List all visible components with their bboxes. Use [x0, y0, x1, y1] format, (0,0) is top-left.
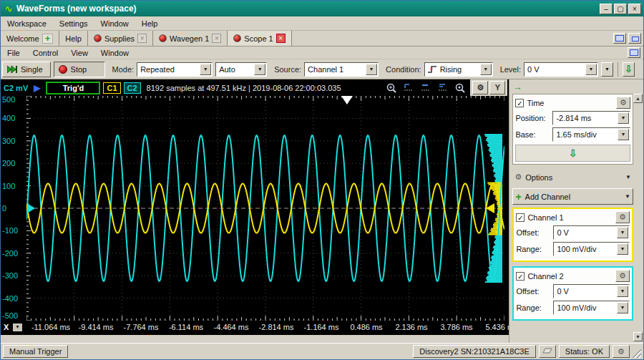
device-info[interactable]: Discovery2 SN:210321A18C3E: [413, 345, 535, 358]
chevron-down-icon[interactable]: ▼: [617, 227, 628, 238]
maximize-button[interactable]: ▢: [614, 4, 627, 14]
menu-item-window[interactable]: Window: [94, 18, 135, 29]
mdi-tile-button[interactable]: [628, 33, 641, 44]
base-select[interactable]: 1.65 ms/div ▼: [552, 127, 630, 142]
green-right-arrow-icon[interactable]: →: [512, 81, 522, 94]
channel1-badge[interactable]: C1: [103, 82, 120, 94]
add-channel-label: Add Channel: [525, 193, 571, 201]
tab-close-icon[interactable]: ×: [276, 34, 286, 43]
y-tick-label: 0: [2, 204, 6, 213]
menu-item-settings[interactable]: Settings: [53, 18, 94, 29]
channel2-settings-button[interactable]: ⚙: [615, 270, 630, 282]
source-select[interactable]: Channel 1 ▼: [304, 62, 379, 77]
oscilloscope-plot[interactable]: [26, 96, 504, 321]
tab-help[interactable]: Help: [59, 31, 88, 46]
channel1-checkbox[interactable]: ✓: [516, 213, 525, 222]
menu-item-view[interactable]: View: [64, 47, 94, 59]
tab-scope-1[interactable]: Scope 1×: [228, 31, 291, 46]
mdi-restore-button[interactable]: [628, 47, 640, 58]
add-channel-button[interactable]: + Add Channel ▼: [512, 188, 633, 205]
channel1-offset-select[interactable]: 0 V ▼: [553, 225, 630, 240]
chevron-down-icon[interactable]: ▼: [480, 64, 492, 75]
chevron-down-icon[interactable]: ▼: [366, 64, 377, 75]
time-title: Time: [527, 99, 544, 107]
channel2-group: ✓ Channel 2 ⚙ Offset: 0 V ▼ Range: 100 m…: [512, 266, 633, 321]
tab-wavegen-1[interactable]: Wavegen 1×: [153, 31, 228, 46]
chevron-down-icon[interactable]: ▼: [617, 243, 628, 255]
cursor-x-icon[interactable]: [401, 82, 416, 94]
trigger-position-marker[interactable]: [341, 96, 353, 104]
level-select[interactable]: 0 V ▼: [524, 62, 598, 77]
mdi-cascade-button[interactable]: [613, 33, 626, 44]
panel-scroll-up-button[interactable]: ▲: [633, 94, 643, 103]
green-down-arrow-icon: ⇩: [625, 64, 633, 74]
menu-item-window[interactable]: Window: [94, 47, 135, 59]
x-axis-dropdown[interactable]: ▼: [13, 323, 22, 331]
time-expand-button[interactable]: ⇩: [515, 145, 630, 162]
menu-item-workspace[interactable]: Workspace: [1, 18, 53, 29]
menu-item-help[interactable]: Help: [135, 18, 165, 29]
add-workspace-icon[interactable]: +: [42, 34, 54, 44]
options-label: Options: [525, 173, 552, 182]
zoom-settings-icon[interactable]: [453, 82, 467, 94]
cursor-normal-icon[interactable]: [419, 82, 433, 94]
y-axis-unit-label[interactable]: C2 mV: [2, 84, 28, 92]
x-axis-name[interactable]: X: [4, 323, 9, 331]
acquisition-select[interactable]: Auto ▼: [215, 62, 267, 77]
channel2-checkbox[interactable]: ✓: [516, 272, 525, 281]
stop-icon: [59, 65, 67, 74]
y-tick-label: 500: [2, 95, 15, 104]
minimize-button[interactable]: –: [600, 4, 613, 14]
instrument-led-icon: [159, 34, 167, 42]
chevron-down-icon[interactable]: ▼: [254, 64, 265, 75]
mode-value: Repeated: [137, 65, 199, 74]
run-indicator-icon: ▶: [34, 83, 40, 93]
log-button[interactable]: [539, 345, 556, 358]
manual-trigger-button[interactable]: Manual Trigger: [3, 345, 68, 358]
toolbar-overflow-button[interactable]: ▼: [601, 62, 613, 77]
position-select[interactable]: -2.814 ms ▼: [552, 111, 630, 125]
chevron-down-icon[interactable]: ▼: [200, 64, 211, 75]
chevron-down-icon[interactable]: ▼: [618, 129, 629, 140]
chevron-down-icon[interactable]: ▼: [585, 64, 597, 75]
tab-close-icon[interactable]: ×: [137, 34, 147, 43]
time-checkbox[interactable]: ✓: [515, 99, 524, 107]
single-button[interactable]: Single: [2, 62, 51, 77]
channel2-range-select[interactable]: 100 mV/div ▼: [553, 301, 630, 315]
chevron-down-icon[interactable]: ▼: [617, 286, 628, 297]
panel-scroll-down-button[interactable]: ▼: [633, 332, 643, 341]
status-settings-button[interactable]: ⚙: [613, 345, 630, 358]
channel2-offset-select[interactable]: 0 V ▼: [553, 284, 630, 298]
scope-plot-canvas[interactable]: [26, 96, 504, 321]
x-tick-label: -4.464 ms: [214, 323, 249, 331]
tab-close-icon[interactable]: ×: [212, 34, 221, 43]
status-indicator[interactable]: Status: OK: [559, 345, 610, 358]
menu-item-file[interactable]: File: [1, 47, 26, 59]
options-row[interactable]: ⚙ Options ▼: [512, 169, 633, 185]
zoom-in-icon[interactable]: [384, 82, 399, 94]
resize-grip[interactable]: [633, 349, 641, 358]
cursor-y-icon[interactable]: [436, 82, 450, 94]
mode-select[interactable]: Repeated ▼: [137, 62, 213, 77]
channel2-badge[interactable]: C2: [124, 82, 141, 94]
tab-supplies[interactable]: Supplies×: [88, 31, 153, 46]
scope-toolbar: Single Stop Mode: Repeated ▼ Auto ▼ Sour…: [1, 59, 643, 79]
menu-item-control[interactable]: Control: [26, 47, 64, 59]
plot-settings-button[interactable]: ⚙: [472, 81, 488, 94]
chevron-down-icon[interactable]: ▼: [618, 112, 629, 124]
gear-icon: ⚙: [514, 172, 522, 182]
single-label: Single: [21, 65, 43, 74]
chevron-down-icon[interactable]: ▼: [617, 302, 628, 313]
time-settings-button[interactable]: ⚙: [616, 97, 630, 109]
channel1-range-select[interactable]: 100 mV/div ▼: [553, 242, 630, 256]
tab-welcome[interactable]: Welcome+: [1, 31, 59, 46]
stop-button[interactable]: Stop: [54, 62, 105, 77]
collapse-toolbar-button[interactable]: ⇩: [623, 62, 635, 77]
channel1-settings-button[interactable]: ⚙: [615, 211, 630, 223]
tab-label: Wavegen 1: [170, 34, 209, 43]
main-menu-items: WorkspaceSettingsWindowHelp: [1, 18, 164, 29]
close-button[interactable]: ×: [628, 4, 641, 14]
condition-select[interactable]: Rising ▼: [424, 62, 493, 77]
channel2-offset-marker[interactable]: [27, 203, 35, 213]
y-axis-button[interactable]: Y: [489, 81, 505, 94]
